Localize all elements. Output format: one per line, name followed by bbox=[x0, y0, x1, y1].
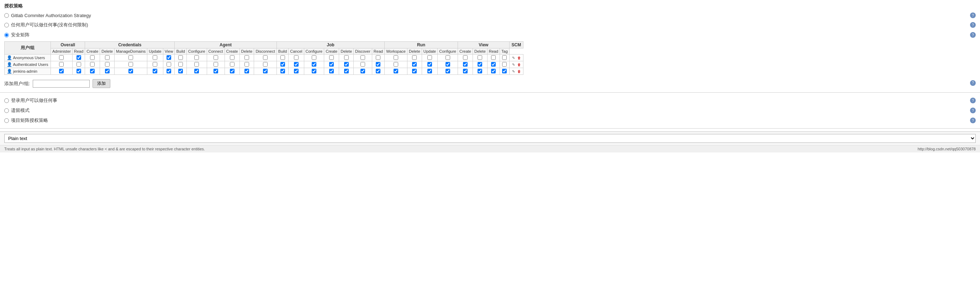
permission-checkbox[interactable] bbox=[491, 55, 496, 60]
permission-checkbox[interactable] bbox=[477, 62, 482, 67]
permission-checkbox[interactable] bbox=[502, 69, 507, 73]
radio-opt5[interactable] bbox=[4, 108, 9, 113]
checkbox-cell[interactable] bbox=[473, 61, 487, 68]
checkbox-cell[interactable] bbox=[254, 54, 277, 61]
permission-checkbox[interactable] bbox=[344, 62, 349, 67]
checkbox-cell[interactable] bbox=[339, 61, 354, 68]
permission-checkbox[interactable] bbox=[105, 55, 110, 60]
checkbox-cell[interactable] bbox=[372, 68, 384, 75]
permission-checkbox[interactable] bbox=[129, 62, 133, 67]
permission-checkbox[interactable] bbox=[245, 55, 249, 60]
permission-checkbox[interactable] bbox=[394, 55, 398, 60]
permission-checkbox[interactable] bbox=[412, 69, 417, 73]
checkbox-cell[interactable] bbox=[304, 68, 324, 75]
checkbox-cell[interactable] bbox=[163, 61, 175, 68]
checkbox-cell[interactable] bbox=[372, 54, 384, 61]
permission-checkbox[interactable] bbox=[344, 69, 349, 73]
permission-checkbox[interactable] bbox=[167, 62, 171, 67]
permission-checkbox[interactable] bbox=[129, 69, 133, 73]
help-icon-3[interactable]: ? bbox=[970, 32, 976, 38]
checkbox-cell[interactable] bbox=[500, 68, 509, 75]
checkbox-cell[interactable] bbox=[354, 54, 372, 61]
permission-checkbox[interactable] bbox=[491, 69, 496, 73]
permission-checkbox[interactable] bbox=[294, 62, 299, 67]
checkbox-cell[interactable] bbox=[240, 54, 254, 61]
checkbox-cell[interactable] bbox=[175, 68, 186, 75]
checkbox-cell[interactable] bbox=[72, 68, 85, 75]
permission-checkbox[interactable] bbox=[427, 69, 432, 73]
edit-icon[interactable]: ✎ bbox=[511, 55, 516, 60]
checkbox-cell[interactable] bbox=[207, 61, 224, 68]
checkbox-cell[interactable] bbox=[277, 68, 288, 75]
permission-checkbox[interactable] bbox=[178, 69, 183, 73]
checkbox-cell[interactable] bbox=[85, 54, 100, 61]
checkbox-cell[interactable] bbox=[147, 61, 163, 68]
checkbox-cell[interactable] bbox=[147, 54, 163, 61]
checkbox-cell[interactable] bbox=[186, 68, 207, 75]
checkbox-cell[interactable] bbox=[372, 61, 384, 68]
permission-checkbox[interactable] bbox=[361, 62, 365, 67]
permission-checkbox[interactable] bbox=[294, 69, 299, 73]
permission-checkbox[interactable] bbox=[90, 55, 95, 60]
permission-checkbox[interactable] bbox=[178, 62, 183, 67]
checkbox-cell[interactable] bbox=[115, 61, 147, 68]
checkbox-cell[interactable] bbox=[458, 68, 473, 75]
radio-opt3[interactable] bbox=[4, 33, 9, 37]
checkbox-cell[interactable] bbox=[324, 68, 339, 75]
checkbox-cell[interactable] bbox=[339, 54, 354, 61]
permission-checkbox[interactable] bbox=[361, 69, 365, 73]
checkbox-cell[interactable] bbox=[385, 68, 407, 75]
checkbox-cell[interactable] bbox=[438, 54, 458, 61]
checkbox-cell[interactable] bbox=[207, 54, 224, 61]
permission-checkbox[interactable] bbox=[376, 55, 380, 60]
radio-opt6[interactable] bbox=[4, 118, 9, 123]
checkbox-cell[interactable] bbox=[354, 68, 372, 75]
delete-icon[interactable]: 🗑 bbox=[517, 55, 522, 60]
permission-checkbox[interactable] bbox=[427, 62, 432, 67]
help-icon-5[interactable]: ? bbox=[970, 108, 976, 113]
permission-checkbox[interactable] bbox=[76, 69, 81, 73]
help-icon-1[interactable]: ? bbox=[970, 13, 976, 18]
permission-checkbox[interactable] bbox=[76, 62, 81, 67]
permission-checkbox[interactable] bbox=[502, 62, 507, 67]
permission-checkbox[interactable] bbox=[263, 55, 267, 60]
permission-checkbox[interactable] bbox=[105, 69, 110, 73]
permission-checkbox[interactable] bbox=[59, 62, 64, 67]
checkbox-cell[interactable] bbox=[458, 61, 473, 68]
permission-checkbox[interactable] bbox=[230, 62, 234, 67]
permission-checkbox[interactable] bbox=[59, 69, 64, 73]
add-user-button[interactable]: 添加 bbox=[92, 79, 110, 88]
permission-checkbox[interactable] bbox=[294, 55, 299, 60]
checkbox-cell[interactable] bbox=[385, 54, 407, 61]
help-icon-2[interactable]: ? bbox=[970, 22, 976, 28]
checkbox-cell[interactable] bbox=[51, 68, 73, 75]
checkbox-cell[interactable] bbox=[72, 61, 85, 68]
checkbox-cell[interactable] bbox=[304, 54, 324, 61]
help-icon-add[interactable]: ? bbox=[970, 80, 976, 86]
checkbox-cell[interactable] bbox=[147, 68, 163, 75]
permission-checkbox[interactable] bbox=[59, 55, 64, 60]
checkbox-cell[interactable] bbox=[51, 61, 73, 68]
permission-checkbox[interactable] bbox=[213, 55, 218, 60]
checkbox-cell[interactable] bbox=[100, 68, 115, 75]
checkbox-cell[interactable] bbox=[224, 54, 240, 61]
delete-icon[interactable]: 🗑 bbox=[517, 62, 522, 67]
checkbox-cell[interactable] bbox=[254, 61, 277, 68]
permission-checkbox[interactable] bbox=[245, 62, 249, 67]
format-select[interactable]: Plain text HTML Markdown bbox=[4, 134, 976, 143]
permission-checkbox[interactable] bbox=[194, 69, 199, 73]
checkbox-cell[interactable] bbox=[324, 61, 339, 68]
checkbox-cell[interactable] bbox=[438, 61, 458, 68]
permission-checkbox[interactable] bbox=[280, 62, 285, 67]
checkbox-cell[interactable] bbox=[175, 54, 186, 61]
permission-checkbox[interactable] bbox=[445, 55, 450, 60]
edit-icon[interactable]: ✎ bbox=[511, 62, 516, 67]
permission-checkbox[interactable] bbox=[427, 55, 432, 60]
permission-checkbox[interactable] bbox=[178, 55, 183, 60]
checkbox-cell[interactable] bbox=[385, 61, 407, 68]
checkbox-cell[interactable] bbox=[422, 68, 438, 75]
checkbox-cell[interactable] bbox=[277, 61, 288, 68]
permission-checkbox[interactable] bbox=[153, 69, 157, 73]
checkbox-cell[interactable] bbox=[240, 68, 254, 75]
permission-checkbox[interactable] bbox=[329, 69, 334, 73]
